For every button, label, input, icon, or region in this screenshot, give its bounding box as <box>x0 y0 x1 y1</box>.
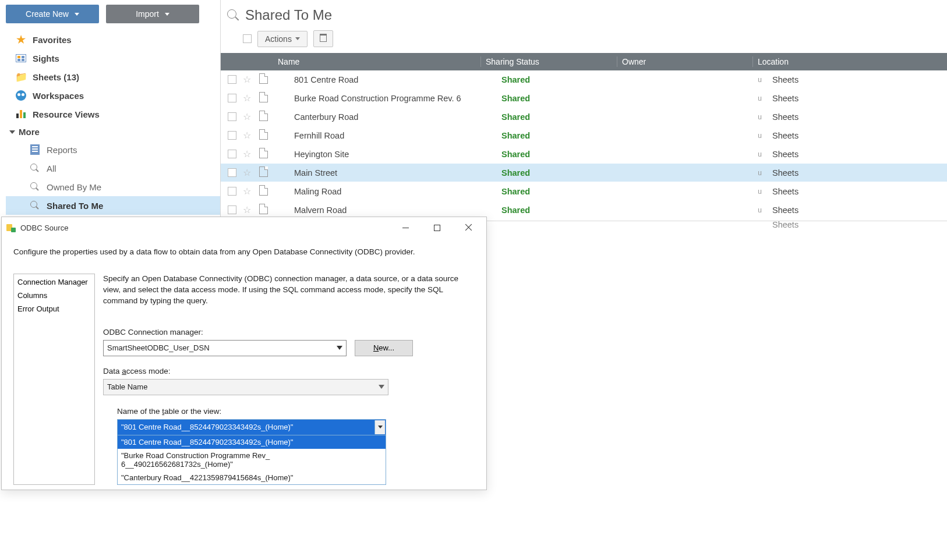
document-icon <box>259 185 268 196</box>
maximize-button[interactable] <box>423 219 450 236</box>
row-checkbox[interactable] <box>228 131 236 140</box>
nav: ★ Favorites Sights 📁 Sheets (13) Workspa… <box>6 30 220 215</box>
row-checkbox[interactable] <box>228 187 236 196</box>
more-label: More <box>19 127 40 137</box>
delete-button[interactable] <box>313 30 333 47</box>
dialog-title: ODBC Source <box>20 224 68 232</box>
row-checkbox[interactable] <box>228 205 236 214</box>
data-mode-value: Table Name <box>107 382 147 391</box>
row-name: Main Street <box>293 168 497 178</box>
trash-icon <box>320 34 327 42</box>
nav-sheets[interactable]: 📁 Sheets (13) <box>6 68 220 86</box>
odbc-source-dialog: ODBC Source Configure the properties use… <box>1 217 487 490</box>
row-name: 801 Centre Road <box>293 75 497 84</box>
nav-workspaces[interactable]: Workspaces <box>6 86 220 105</box>
row-location: Sheets <box>768 205 947 215</box>
row-status: Shared <box>497 75 632 84</box>
nav-favorites[interactable]: ★ Favorites <box>6 30 220 49</box>
row-checkbox[interactable] <box>228 168 236 177</box>
nav-sights-label: Sights <box>33 54 59 63</box>
row-owner: u <box>632 76 768 84</box>
nav-owned-by-me[interactable]: Owned By Me <box>6 178 220 196</box>
nav-sights[interactable]: Sights <box>6 49 220 68</box>
table-header: Name Sharing Status Owner Location <box>221 53 947 70</box>
close-button[interactable] <box>455 219 482 236</box>
dialog-description: Configure the properties used by a data … <box>2 238 486 274</box>
nav-owned-label: Owned By Me <box>47 182 101 192</box>
row-location: Sheets <box>768 168 947 178</box>
document-icon <box>259 204 268 214</box>
column-owner[interactable]: Owner <box>617 57 752 66</box>
nav-reports[interactable]: Reports <box>6 140 220 159</box>
minimize-button[interactable] <box>392 219 419 236</box>
main-panel: Shared To Me Actions Name Sharing Status… <box>220 0 947 221</box>
table-row[interactable]: ☆Fernhill RoadShareduSheets <box>221 126 947 145</box>
import-button[interactable]: Import <box>106 5 199 23</box>
create-new-button[interactable]: Create New <box>6 5 99 23</box>
magnifier-icon <box>29 162 41 174</box>
actions-label: Actions <box>265 34 292 44</box>
nav-reports-label: Reports <box>47 145 77 155</box>
row-checkbox[interactable] <box>228 94 236 102</box>
row-name: Canterbury Road <box>293 112 497 122</box>
row-name: Burke Road Construction Programme Rev. 6 <box>293 94 497 103</box>
star-icon[interactable]: ☆ <box>243 205 251 215</box>
data-mode-combo[interactable]: Table Name <box>103 379 388 395</box>
row-status: Shared <box>497 205 632 215</box>
row-status: Shared <box>497 150 632 159</box>
row-checkbox[interactable] <box>228 75 236 84</box>
import-label: Import <box>136 9 159 19</box>
table-row[interactable]: ☆Main StreetShareduSheets <box>221 164 947 182</box>
table-row[interactable]: ☆801 Centre RoadShareduSheets <box>221 70 947 89</box>
conn-mgr-combo[interactable]: SmartSheetODBC_User_DSN <box>103 340 347 356</box>
table-combo[interactable]: "801 Centre Road__8524479023343492s_(Hom… <box>117 419 386 435</box>
dialog-titlebar[interactable]: ODBC Source <box>2 217 486 238</box>
star-icon[interactable]: ☆ <box>243 149 251 159</box>
document-icon <box>259 92 268 102</box>
star-icon[interactable]: ☆ <box>243 130 251 140</box>
new-button[interactable]: New... <box>355 340 413 356</box>
table-row[interactable]: ☆Heyington SiteShareduSheets <box>221 145 947 164</box>
nav-connection-manager[interactable]: Connection Manager <box>14 275 94 289</box>
star-icon[interactable]: ☆ <box>243 93 251 103</box>
nav-shared-to-me[interactable]: Shared To Me <box>6 196 220 215</box>
row-checkbox[interactable] <box>228 150 236 158</box>
actions-button[interactable]: Actions <box>257 31 308 47</box>
row-checkbox[interactable] <box>228 112 236 121</box>
star-icon[interactable]: ☆ <box>243 112 251 122</box>
nav-more-toggle[interactable]: More <box>6 123 220 140</box>
star-icon[interactable]: ☆ <box>243 168 251 178</box>
nav-sheets-label: Sheets (13) <box>33 72 79 82</box>
dropdown-option[interactable]: "801 Centre Road__8524479023343492s_(Hom… <box>118 435 386 449</box>
row-name: Maling Road <box>293 187 497 196</box>
column-name[interactable]: Name <box>277 57 480 66</box>
caret-down-icon <box>379 385 384 389</box>
table-row[interactable]: ☆Maling RoadShareduSheets <box>221 182 947 201</box>
row-location: Sheets <box>768 94 947 103</box>
star-icon[interactable]: ☆ <box>243 186 251 196</box>
star-icon[interactable]: ☆ <box>243 75 251 84</box>
nav-resource-views[interactable]: Resource Views <box>6 105 220 123</box>
row-status: Shared <box>497 187 632 196</box>
table-row[interactable]: ☆Burke Road Construction Programme Rev. … <box>221 89 947 108</box>
nav-all[interactable]: All <box>6 159 220 178</box>
row-location: Sheets <box>768 131 947 140</box>
caret-down-icon <box>337 346 342 350</box>
star-icon: ★ <box>15 34 27 45</box>
app-root: Create New Import ★ Favorites Sights 📁 S… <box>0 0 947 221</box>
minimize-icon <box>402 228 409 228</box>
row-owner: u <box>632 94 768 102</box>
caret-down-icon <box>75 13 79 16</box>
document-icon <box>259 148 268 158</box>
select-all-checkbox[interactable] <box>243 34 252 43</box>
workspaces-icon <box>15 90 27 101</box>
nav-error-output[interactable]: Error Output <box>14 302 94 316</box>
caret-down-icon <box>165 13 169 16</box>
nav-columns[interactable]: Columns <box>14 289 94 302</box>
table-row[interactable]: ☆Canterbury RoadShareduSheets <box>221 108 947 126</box>
dropdown-option[interactable]: "Burke Road Construction Programme Rev_ … <box>118 449 386 471</box>
column-location[interactable]: Location <box>753 57 947 66</box>
column-sharing[interactable]: Sharing Status <box>481 57 617 66</box>
form-description: Specify an Open Database Connectivity (O… <box>103 274 475 307</box>
dropdown-option[interactable]: "Canterbury Road__4221359879415684s_(Hom… <box>118 471 386 484</box>
